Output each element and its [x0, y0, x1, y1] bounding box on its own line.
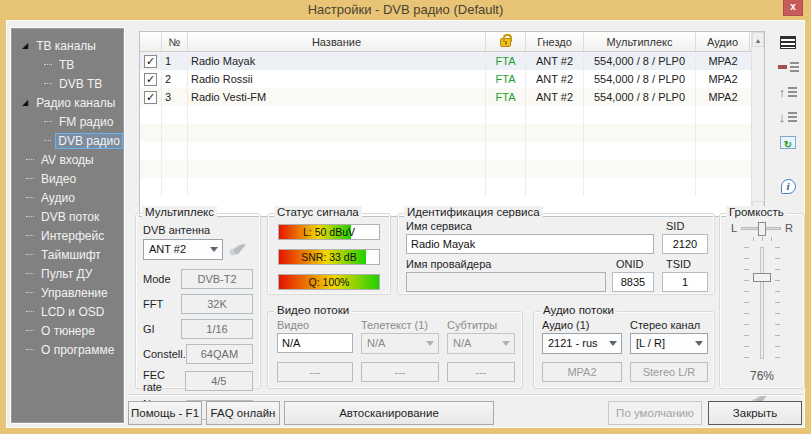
sidebar-item-dvb-tv[interactable]: DVB ТВ [12, 74, 123, 93]
delete-channel-icon[interactable] [776, 56, 800, 78]
footer-separator [128, 394, 803, 395]
channel-grid-icon[interactable] [776, 31, 800, 53]
title-bar: Настройки - DVB радио (Default) [0, 0, 811, 20]
volume-group-title: Громкость [726, 206, 787, 218]
help-button[interactable]: Помощь - F1 [128, 401, 202, 425]
channel-name: Radio Mayak [188, 52, 486, 70]
teletext-codec-value: --- [361, 362, 439, 382]
onid-label: ONID [616, 258, 644, 270]
sid-label: SID [666, 220, 684, 232]
snr-bar: SNR: 33 dB [278, 249, 380, 265]
empty-row [140, 142, 764, 160]
expand-arrow-icon[interactable]: ◢ [22, 99, 28, 107]
chevron-down-icon [210, 247, 218, 252]
channel-checkbox[interactable]: ✓ [144, 55, 157, 68]
stereo-channel-select[interactable]: [L / R] [630, 333, 708, 354]
balance-slider[interactable] [741, 227, 781, 230]
stereo-mode-value: Stereo L/R [630, 362, 708, 382]
sidebar-item-fm-radio[interactable]: FM радио [12, 112, 123, 131]
multiplex-group: Мультиплекс DVB антенна ANT #2 ✔✔ ModeDV… [135, 213, 261, 389]
audio-codec-value: MPA2 [542, 362, 622, 382]
table-header-row: № Название Гнездо Мультиплекс Аудио [140, 32, 764, 52]
column-header-socket[interactable]: Гнездо [526, 32, 584, 51]
sidebar-item-video[interactable]: Видео [12, 169, 123, 188]
scroll-up-icon[interactable]: ▲ [752, 32, 764, 47]
antenna-select[interactable]: ANT #2 [143, 239, 223, 260]
stereo-label: Стерео канал [630, 319, 700, 331]
volume-slider[interactable] [742, 247, 782, 359]
sidebar-item-tv[interactable]: ТВ [12, 55, 123, 74]
sidebar-item-tv-channels[interactable]: ◢ТВ каналы [12, 36, 123, 55]
empty-row [140, 106, 764, 124]
chevron-down-icon [502, 341, 510, 346]
volume-thumb[interactable] [753, 273, 771, 282]
sidebar-item-timeshift[interactable]: Таймшифт [12, 245, 123, 264]
autoscan-button[interactable]: Автосканирование [284, 401, 494, 425]
subtitles-select[interactable]: N/A [447, 333, 515, 354]
multiplex-group-title: Мультиплекс [142, 206, 217, 218]
empty-row [140, 178, 764, 196]
channel-checkbox[interactable]: ✓ [144, 73, 157, 86]
column-header-name[interactable]: Название [188, 32, 486, 51]
dialog-title: Настройки - DVB радио (Default) [308, 2, 504, 17]
settings-tree: ◢ТВ каналы ТВ DVB ТВ ◢Радио каналы FM ра… [11, 28, 124, 423]
audio-track-select[interactable]: 2121 - rus [542, 333, 622, 354]
table-row[interactable]: ✓ 3 Radio Vesti-FM FTA ANT #2 554,000 / … [140, 88, 764, 106]
teletext-select[interactable]: N/A [361, 333, 439, 354]
service-name-input[interactable] [406, 234, 654, 254]
sidebar-item-dvb-stream[interactable]: DVB поток [12, 207, 123, 226]
mode-value: DVB-T2 [181, 269, 253, 289]
channel-table: № Название Гнездо Мультиплекс Аудио ✓ 1 … [139, 31, 765, 217]
faq-button[interactable]: FAQ онлайн [206, 401, 280, 425]
volume-percent: 76% [720, 369, 804, 383]
column-header-number[interactable]: № [162, 32, 188, 51]
table-row[interactable]: ✓ 2 Radio Rossii FTA ANT #2 554,000 / 8 … [140, 70, 764, 88]
rescan-icon[interactable]: ↻ [776, 131, 800, 153]
table-row[interactable]: ✓ 1 Radio Mayak FTA ANT #2 554,000 / 8 /… [140, 52, 764, 70]
channel-toolbar: ↑ ↓ ↻ i [776, 31, 804, 200]
move-down-icon[interactable]: ↓ [776, 106, 800, 128]
level-bar: L: 50 dBuV [278, 224, 380, 240]
apply-antenna-icon[interactable]: ✔✔ [229, 241, 251, 259]
sidebar-item-audio[interactable]: Аудио [12, 188, 123, 207]
fec-rate-value: 4/5 [185, 371, 253, 391]
onid-value: 8835 [612, 272, 654, 292]
channel-name: Radio Vesti-FM [188, 88, 486, 106]
dialog-content: ◢ТВ каналы ТВ DVB ТВ ◢Радио каналы FM ра… [6, 20, 805, 428]
info-icon[interactable]: i [776, 175, 800, 197]
column-header-multiplex[interactable]: Мультиплекс [584, 32, 696, 51]
quality-bar: Q: 100% [278, 274, 380, 290]
video-pid-input[interactable] [277, 333, 353, 353]
tsid-label: TSID [666, 258, 691, 270]
channel-checkbox[interactable]: ✓ [144, 91, 157, 104]
column-header-access[interactable] [486, 32, 526, 51]
settings-dialog: Настройки - DVB радио (Default) x ◢ТВ ка… [0, 0, 811, 434]
sidebar-item-dvb-radio[interactable]: DVB радио [12, 131, 123, 150]
chevron-down-icon [609, 341, 617, 346]
provider-input[interactable] [406, 272, 606, 292]
sidebar-item-about-program[interactable]: О программе [12, 340, 123, 359]
table-scrollbar[interactable]: ▲ ▼ [751, 32, 764, 216]
close-button[interactable]: x [783, 0, 803, 16]
video-group-title: Видео потоки [274, 304, 352, 316]
access-badge: FTA [486, 52, 526, 70]
expand-arrow-icon[interactable]: ◢ [22, 42, 28, 50]
balance-thumb[interactable] [758, 222, 766, 236]
balance-right-label: R [785, 222, 793, 234]
volume-group: Громкость L R 76% ✔✔ [719, 213, 805, 389]
sidebar-item-av-inputs[interactable]: AV входы [12, 150, 123, 169]
sidebar-item-control[interactable]: Управление [12, 283, 123, 302]
audio-group-title: Аудио потоки [540, 304, 617, 316]
close-dialog-button[interactable]: Закрыть [708, 401, 802, 425]
defaults-button[interactable]: По умолчанию [608, 401, 702, 425]
sidebar-item-radio-channels[interactable]: ◢Радио каналы [12, 93, 123, 112]
sidebar-item-remote[interactable]: Пульт ДУ [12, 264, 123, 283]
fft-value: 32K [181, 294, 253, 314]
sidebar-item-about-tuner[interactable]: О тюнере [12, 321, 123, 340]
move-up-icon[interactable]: ↑ [776, 81, 800, 103]
sidebar-item-lcd-osd[interactable]: LCD и OSD [12, 302, 123, 321]
constellation-value: 64QAM [186, 344, 253, 364]
column-header-audio[interactable]: Аудио [696, 32, 750, 51]
access-badge: FTA [486, 88, 526, 106]
sidebar-item-interface[interactable]: Интерфейс [12, 226, 123, 245]
